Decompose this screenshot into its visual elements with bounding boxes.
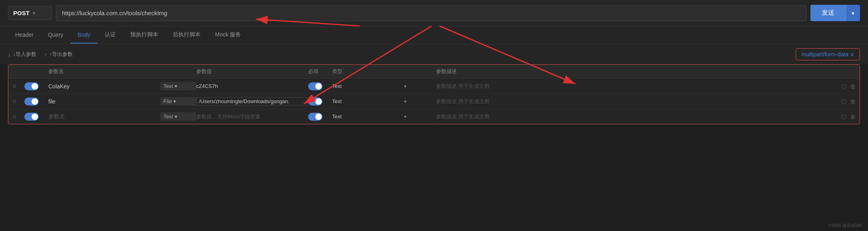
toggle-slider [308, 82, 323, 90]
col-param-desc-header: 参数描述 [436, 68, 832, 75]
row2-delete-icon[interactable]: 🗑 [850, 98, 856, 105]
tab-body[interactable]: Body [70, 27, 98, 44]
watermark: CSDN @吴NDIR [828, 223, 862, 229]
row3-param-desc[interactable]: 参数描述,用于生成文档 [436, 113, 832, 120]
top-bar: POST ▾ 发送 ▾ [0, 0, 868, 26]
row2-param-name[interactable]: file [48, 98, 160, 105]
col-param-name-header: 参数名 [48, 68, 160, 75]
table-row: ≡ ColaKey Text ▾ cZ4CS7h Text ▾ 参数描述,用于生… [8, 79, 860, 94]
row1-type-label: Text [163, 83, 173, 89]
export-params-button[interactable]: ↑ ↑导出参数 [44, 51, 73, 58]
drag-handle[interactable]: ≡ [12, 83, 24, 90]
tab-post-script[interactable]: 后执行脚本 [165, 26, 208, 44]
row2-type-label: File [163, 98, 172, 104]
tab-header[interactable]: Header [8, 27, 41, 44]
row2-actions: ⬡ 🗑 [832, 98, 856, 105]
row2-type-chevron-icon: ▾ [173, 98, 176, 104]
tab-auth[interactable]: 认证 [98, 26, 123, 44]
col-required-header: 必填 [308, 68, 332, 75]
send-dropdown-button[interactable]: ▾ [846, 5, 860, 21]
row1-required-toggle[interactable] [308, 82, 323, 90]
url-input[interactable] [56, 5, 806, 21]
row2-type2-chevron-icon[interactable]: ▾ [404, 99, 436, 104]
col-type2-chevron [404, 68, 436, 75]
content-type-selector[interactable]: multipart/form-data ∨ [796, 48, 860, 60]
row3-param-value[interactable]: 参数值，支持Mock字段变量 [196, 113, 308, 120]
export-icon: ↑ [44, 52, 47, 58]
tabs-bar: Header Query Body 认证 预执行脚本 后执行脚本 Mock 服务 [0, 26, 868, 44]
row3-toggle[interactable] [24, 113, 39, 121]
col-toggle [24, 68, 48, 75]
row3-delete-icon[interactable]: 🗑 [850, 114, 856, 120]
params-table: 参数名 参数值 必填 类型 参数描述 ≡ ColaKey Text ▾ cZ4C… [8, 64, 860, 124]
row3-type-chevron-icon: ▾ [175, 114, 177, 119]
actions-left: ↓ ↓导入参数 ↑ ↑导出参数 [8, 51, 73, 58]
row3-copy-icon[interactable]: ⬡ [841, 114, 846, 120]
tab-mock[interactable]: Mock 服务 [208, 26, 248, 44]
row2-toggle[interactable] [24, 98, 39, 106]
row2-required-toggle[interactable] [308, 98, 323, 106]
row3-required-toggle[interactable] [308, 113, 323, 121]
row3-type2-value: Text [332, 114, 404, 119]
send-button[interactable]: 发送 [810, 5, 846, 21]
tab-pre-script[interactable]: 预执行脚本 [123, 26, 165, 44]
col-type-header [160, 68, 196, 75]
toggle-slider [24, 98, 39, 106]
row1-param-desc[interactable]: 参数描述,用于生成文档 [436, 83, 832, 90]
toggle-slider [24, 113, 39, 121]
row1-type2-chevron-icon[interactable]: ▾ [404, 84, 436, 89]
export-label: ↑导出参数 [50, 51, 73, 58]
send-btn-group: 发送 ▾ [810, 5, 860, 21]
row2-param-value[interactable]: /Users/zhoumingle/Downloads/gongan. [196, 97, 308, 106]
toggle-slider [308, 98, 323, 106]
row1-actions: ⬡ 🗑 [832, 83, 856, 90]
actions-bar: ↓ ↓导入参数 ↑ ↑导出参数 multipart/form-data ∨ [0, 44, 868, 64]
row2-copy-icon[interactable]: ⬡ [841, 98, 846, 105]
table-header: 参数名 参数值 必填 类型 参数描述 [8, 65, 860, 79]
row3-type-label: Text [163, 114, 173, 119]
col-actions-header [832, 68, 856, 75]
row1-copy-icon[interactable]: ⬡ [841, 83, 846, 90]
import-label: ↓导入参数 [13, 51, 37, 58]
col-drag [12, 68, 24, 75]
row1-type-selector[interactable]: Text ▾ [160, 82, 196, 90]
method-chevron-icon: ▾ [33, 10, 35, 16]
row1-delete-icon[interactable]: 🗑 [850, 83, 856, 90]
toggle-slider [308, 113, 323, 121]
row3-actions: ⬡ 🗑 [832, 114, 856, 120]
method-label: POST [13, 10, 30, 16]
content-type-label: multipart/form-data ∨ [802, 51, 854, 58]
row3-type-selector[interactable]: Text ▾ [160, 112, 196, 121]
row1-param-name[interactable]: ColaKey [48, 83, 160, 90]
drag-handle[interactable]: ≡ [12, 113, 24, 120]
toggle-slider [24, 82, 39, 90]
import-params-button[interactable]: ↓ ↓导入参数 [8, 51, 36, 58]
import-icon: ↓ [8, 52, 11, 58]
col-type2-header: 类型 [332, 68, 404, 75]
tab-query[interactable]: Query [41, 27, 70, 44]
row1-type-chevron-icon: ▾ [175, 83, 177, 89]
table-row: ≡ 参数名 Text ▾ 参数值，支持Mock字段变量 Text ▾ 参数描述,… [8, 109, 860, 124]
row2-param-desc[interactable]: 参数描述,用于生成文档 [436, 98, 832, 105]
table-row: ≡ file File ▾ /Users/zhoumingle/Download… [8, 94, 860, 109]
row3-param-name[interactable]: 参数名 [48, 113, 160, 120]
col-param-value-header: 参数值 [196, 68, 308, 75]
row1-type2-value: Text [332, 83, 404, 89]
drag-handle[interactable]: ≡ [12, 98, 24, 105]
method-selector[interactable]: POST ▾ [8, 6, 52, 20]
row3-type2-chevron-icon[interactable]: ▾ [404, 114, 436, 119]
row2-type2-value: Text [332, 98, 404, 104]
row1-toggle[interactable] [24, 82, 39, 90]
row1-param-value[interactable]: cZ4CS7h [196, 83, 308, 89]
row2-type-selector[interactable]: File ▾ [160, 97, 196, 106]
